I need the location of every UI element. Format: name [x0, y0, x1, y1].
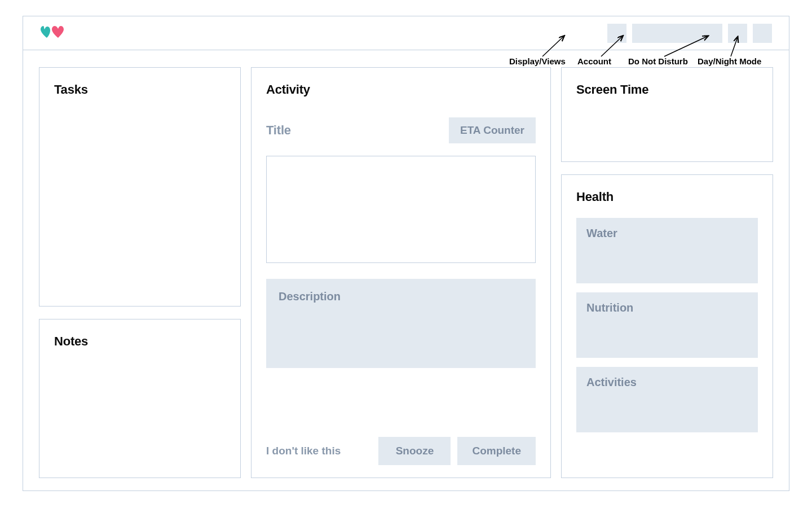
center-column: Activity Title ETA Counter Description I…	[251, 67, 551, 478]
activity-title: Activity	[266, 82, 536, 97]
health-nutrition-label: Nutrition	[586, 301, 633, 314]
activity-panel: Activity Title ETA Counter Description I…	[251, 67, 551, 478]
right-column: Screen Time Health Water Nutrition Activ…	[561, 67, 773, 478]
health-nutrition-section[interactable]: Nutrition	[576, 292, 758, 358]
activity-title-label: Title	[266, 123, 291, 138]
health-panel: Health Water Nutrition Activities	[561, 174, 773, 478]
do-not-disturb-button[interactable]	[728, 24, 747, 43]
day-night-mode-button[interactable]	[753, 24, 772, 43]
tasks-title: Tasks	[54, 82, 226, 97]
screen-time-title: Screen Time	[576, 82, 758, 97]
health-water-section[interactable]: Water	[576, 218, 758, 283]
activity-buttons: Snooze Complete	[378, 437, 536, 465]
header-bar	[23, 16, 789, 50]
app-frame: Tasks Notes Activity Title ETA Counter D…	[23, 16, 789, 491]
health-activities-section[interactable]: Activities	[576, 367, 758, 432]
tasks-panel: Tasks	[39, 67, 241, 306]
health-water-label: Water	[586, 227, 617, 239]
activity-title-input[interactable]	[266, 156, 536, 263]
account-button[interactable]	[632, 24, 722, 43]
activity-header-row: Title ETA Counter	[266, 117, 536, 143]
app-logo-icon	[40, 24, 65, 43]
display-views-button[interactable]	[607, 24, 626, 43]
activity-dislike-link[interactable]: I don't like this	[266, 445, 341, 457]
main-area: Tasks Notes Activity Title ETA Counter D…	[23, 50, 789, 491]
header-controls	[607, 24, 772, 43]
snooze-button[interactable]: Snooze	[378, 437, 451, 465]
health-activities-label: Activities	[586, 376, 637, 388]
notes-title: Notes	[54, 334, 226, 349]
notes-panel: Notes	[39, 319, 241, 478]
eta-counter: ETA Counter	[449, 117, 536, 143]
activity-description-label: Description	[279, 290, 341, 303]
complete-button[interactable]: Complete	[457, 437, 536, 465]
health-title: Health	[576, 190, 758, 204]
activity-description-box[interactable]: Description	[266, 279, 536, 368]
activity-footer: I don't like this Snooze Complete	[266, 421, 536, 465]
left-column: Tasks Notes	[39, 67, 241, 478]
screen-time-panel: Screen Time	[561, 67, 773, 162]
